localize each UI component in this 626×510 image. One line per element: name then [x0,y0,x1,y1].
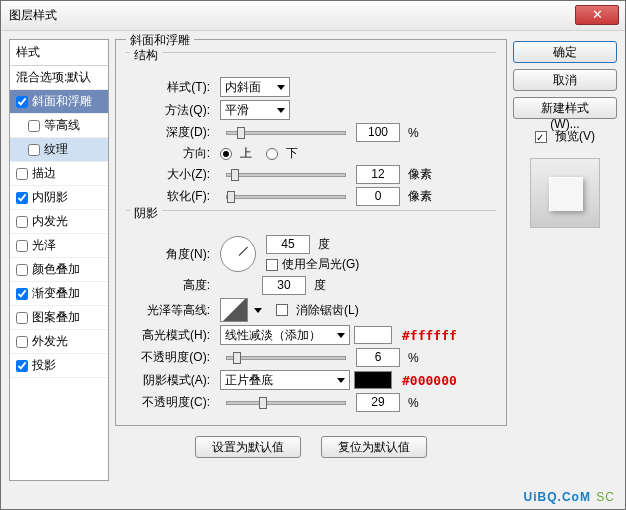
drop-shadow-checkbox[interactable] [16,360,28,372]
method-label: 方法(Q): [126,102,216,119]
dropdown-arrow-icon [277,85,285,90]
layer-style-dialog: 图层样式 ✕ 样式 混合选项:默认 斜面和浮雕 等高线 纹理 描边 内阴影 内发… [0,0,626,510]
shadow-opacity-slider[interactable] [226,401,346,405]
styles-sidebar: 样式 混合选项:默认 斜面和浮雕 等高线 纹理 描边 内阴影 内发光 光泽 颜色… [9,39,109,481]
shadow-color-swatch[interactable] [354,371,392,389]
dropdown-arrow-icon [277,108,285,113]
preview-checkbox[interactable] [535,131,547,143]
sidebar-item-pattern-overlay[interactable]: 图案叠加 [10,306,108,330]
sidebar-item-drop-shadow[interactable]: 投影 [10,354,108,378]
highlight-mode-combo[interactable]: 线性减淡（添加） [220,325,350,345]
structure-legend: 结构 [130,47,162,64]
default-buttons-row: 设置为默认值 复位为默认值 [115,432,507,462]
soften-unit: 像素 [408,188,432,205]
dropdown-arrow-icon [337,378,345,383]
dropdown-arrow-icon[interactable] [254,308,262,313]
reset-default-button[interactable]: 复位为默认值 [321,436,427,458]
highlight-mode-label: 高光模式(H): [126,327,216,344]
contour-checkbox[interactable] [28,120,40,132]
size-slider[interactable] [226,173,346,177]
shadow-opacity-label: 不透明度(C): [126,394,216,411]
altitude-label: 高度: [126,277,216,294]
texture-checkbox[interactable] [28,144,40,156]
title-bar[interactable]: 图层样式 ✕ [1,1,625,31]
global-light-label: 使用全局光(G) [282,256,359,273]
shadow-hex: #000000 [402,373,457,388]
shadow-mode-combo[interactable]: 正片叠底 [220,370,350,390]
inner-glow-checkbox[interactable] [16,216,28,228]
shading-legend: 阴影 [130,205,162,222]
close-button[interactable]: ✕ [575,5,619,25]
shading-subgroup: 阴影 角度(N): 45 度 使用全局光(G) [126,210,496,412]
soften-slider[interactable] [226,195,346,199]
shadow-opacity-input[interactable]: 29 [356,393,400,412]
preview-label: 预览(V) [555,128,595,145]
style-combo[interactable]: 内斜面 [220,77,290,97]
sidebar-item-texture[interactable]: 纹理 [10,138,108,162]
sidebar-item-inner-glow[interactable]: 内发光 [10,210,108,234]
depth-slider[interactable] [226,131,346,135]
size-unit: 像素 [408,166,432,183]
angle-input[interactable]: 45 [266,235,310,254]
highlight-opacity-label: 不透明度(O): [126,349,216,366]
right-column: 确定 取消 新建样式(W)... 预览(V) [513,39,617,481]
bevel-group: 斜面和浮雕 结构 样式(T): 内斜面 方法(Q): 平滑 深度(D): 100 [115,39,507,426]
sidebar-item-gradient-overlay[interactable]: 渐变叠加 [10,282,108,306]
soften-label: 软化(F): [126,188,216,205]
highlight-opacity-slider[interactable] [226,356,346,360]
highlight-opacity-input[interactable]: 6 [356,348,400,367]
antialias-checkbox[interactable] [276,304,288,316]
style-label: 样式(T): [126,79,216,96]
sidebar-item-satin[interactable]: 光泽 [10,234,108,258]
altitude-input[interactable]: 30 [262,276,306,295]
sidebar-blend-options[interactable]: 混合选项:默认 [10,66,108,90]
window-title: 图层样式 [9,7,57,24]
main-panel: 斜面和浮雕 结构 样式(T): 内斜面 方法(Q): 平滑 深度(D): 100 [115,39,507,481]
angle-label: 角度(N): [126,246,216,263]
direction-label: 方向: [126,145,216,162]
sidebar-item-outer-glow[interactable]: 外发光 [10,330,108,354]
preview-thumbnail [530,158,600,228]
bevel-checkbox[interactable] [16,96,28,108]
highlight-hex: #ffffff [402,328,457,343]
shadow-opacity-unit: % [408,396,419,410]
stroke-checkbox[interactable] [16,168,28,180]
cancel-button[interactable]: 取消 [513,69,617,91]
ok-button[interactable]: 确定 [513,41,617,63]
sidebar-item-stroke[interactable]: 描边 [10,162,108,186]
method-combo[interactable]: 平滑 [220,100,290,120]
watermark: UiBQ.CoM SC [524,487,615,505]
sidebar-item-bevel[interactable]: 斜面和浮雕 [10,90,108,114]
sidebar-item-inner-shadow[interactable]: 内阴影 [10,186,108,210]
angle-dial[interactable] [220,236,256,272]
set-default-button[interactable]: 设置为默认值 [195,436,301,458]
new-style-button[interactable]: 新建样式(W)... [513,97,617,119]
sidebar-item-contour[interactable]: 等高线 [10,114,108,138]
size-input[interactable]: 12 [356,165,400,184]
angle-unit: 度 [318,236,330,253]
outer-glow-checkbox[interactable] [16,336,28,348]
soften-input[interactable]: 0 [356,187,400,206]
gloss-contour-picker[interactable] [220,298,248,322]
sidebar-item-color-overlay[interactable]: 颜色叠加 [10,258,108,282]
shadow-mode-label: 阴影模式(A): [126,372,216,389]
dir-down-radio[interactable] [266,148,278,160]
pattern-overlay-checkbox[interactable] [16,312,28,324]
depth-unit: % [408,126,419,140]
depth-label: 深度(D): [126,124,216,141]
gradient-overlay-checkbox[interactable] [16,288,28,300]
inner-shadow-checkbox[interactable] [16,192,28,204]
global-light-checkbox[interactable] [266,259,278,271]
color-overlay-checkbox[interactable] [16,264,28,276]
satin-checkbox[interactable] [16,240,28,252]
dir-up-radio[interactable] [220,148,232,160]
depth-input[interactable]: 100 [356,123,400,142]
gloss-contour-label: 光泽等高线: [126,302,216,319]
antialias-label: 消除锯齿(L) [296,302,359,319]
sidebar-header: 样式 [10,40,108,66]
dropdown-arrow-icon [337,333,345,338]
structure-subgroup: 结构 样式(T): 内斜面 方法(Q): 平滑 深度(D): 100 % [126,52,496,206]
highlight-color-swatch[interactable] [354,326,392,344]
highlight-opacity-unit: % [408,351,419,365]
size-label: 大小(Z): [126,166,216,183]
